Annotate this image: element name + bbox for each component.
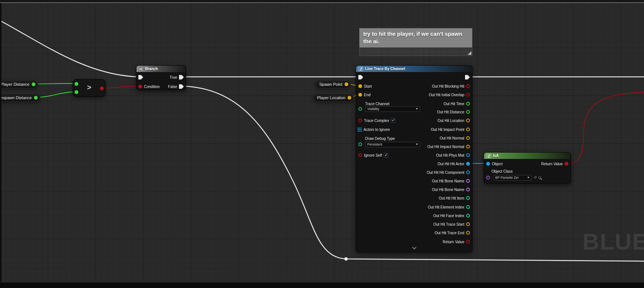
pin-label: True — [170, 75, 177, 79]
respawn-distance-output-pin[interactable] — [34, 96, 38, 100]
ignore-self-pin[interactable] — [358, 153, 362, 157]
object-class-pin[interactable] — [486, 176, 490, 179]
trace-channel-pin[interactable] — [358, 107, 362, 111]
pin-label: Trace Complex — [364, 119, 389, 123]
false-exec-pin[interactable] — [179, 84, 184, 89]
condition-pin[interactable] — [138, 85, 142, 88]
out-hit-bone-name-pin[interactable] — [466, 188, 470, 191]
draw-debug-type-value-row: Persistent — [358, 141, 420, 147]
out-hit-location-pin[interactable] — [466, 119, 470, 122]
variable-label: Spawn Point — [319, 82, 342, 87]
draw-debug-type-label-row: Draw Debug Type — [365, 135, 395, 141]
variable-label: Player Location — [317, 96, 345, 100]
out-hit-trace-start-pin[interactable] — [466, 222, 470, 226]
pin-label: Out Hit Bone Name — [432, 188, 464, 192]
end-pin[interactable] — [358, 93, 362, 97]
pin-label: Out Hit Hit Actor — [437, 162, 464, 166]
trace-complex-checkbox[interactable] — [391, 118, 395, 123]
pin-label: False — [168, 85, 177, 89]
comment-text[interactable]: try to hit the player, if we can't spawn… — [359, 28, 472, 48]
draw-debug-type-pin[interactable] — [358, 143, 362, 146]
left-window-edge — [0, 0, 1, 288]
branch-false-row: False — [168, 84, 184, 90]
compare-input-a-pin[interactable] — [75, 82, 78, 86]
spawn-point-output-pin[interactable] — [345, 82, 348, 86]
ignore-self-checkbox[interactable] — [384, 153, 388, 157]
object-class-dropdown[interactable]: BP Parasite Zer — [493, 175, 532, 181]
pin-label: Out Hit Element Index — [428, 205, 464, 209]
out-hit-phys-mat-pin[interactable] — [466, 153, 470, 157]
exec-in-pin[interactable] — [358, 75, 363, 79]
dropdown-value: BP Parasite Zer — [495, 176, 519, 179]
start-pin[interactable] — [358, 84, 362, 88]
out-hit-blocking-hit-pin[interactable] — [466, 84, 470, 88]
node-line-trace-by-channel[interactable]: Line Trace By Channel Start End Trace Ch… — [356, 65, 472, 252]
node-greater-than[interactable]: > — [73, 79, 106, 97]
output-row-out-hit-location: Out Hit Location — [437, 118, 470, 123]
object-pin[interactable] — [486, 162, 490, 166]
comment-node[interactable]: try to hit the player, if we can't spawn… — [359, 28, 472, 56]
out-hit-initial-overlap-pin[interactable] — [466, 93, 470, 97]
bottom-window-edge — [0, 282, 644, 288]
compare-output-pin[interactable] — [100, 87, 104, 90]
return-value-pin[interactable] — [565, 162, 568, 166]
pin-label: Out Hit Hit Item — [439, 196, 464, 200]
out-hit-impact-normal-pin[interactable] — [466, 145, 470, 148]
linetrace-exec-out-row — [465, 74, 470, 80]
out-hit-element-index-pin[interactable] — [466, 205, 470, 209]
node-respawn-distance[interactable]: Respawn Distance — [0, 93, 40, 102]
pin-label: Draw Debug Type — [365, 137, 395, 141]
player-distance-output-pin[interactable] — [32, 82, 35, 86]
branch-condition-row: Condition — [138, 84, 160, 90]
pin-label: Out Hit Hit Component — [427, 170, 464, 175]
return-value-pin[interactable] — [466, 240, 470, 244]
blueprint-editor: BLUEP try to hit the player, if we can't… — [0, 0, 644, 288]
out-hit-hit-actor-pin[interactable] — [466, 162, 470, 166]
comment-resize-grip[interactable] — [468, 51, 471, 55]
pin-label: Out Hit Initial Overlap — [429, 93, 464, 97]
collapse-chevron-icon[interactable] — [412, 245, 416, 249]
trace-complex-pin[interactable] — [358, 119, 362, 122]
browse-icon[interactable] — [538, 176, 541, 179]
node-title: Branch — [145, 67, 158, 71]
dropdown-value: Persistent — [367, 143, 382, 146]
out-hit-hit-component-pin[interactable] — [466, 170, 470, 174]
blueprint-canvas[interactable] — [0, 0, 644, 288]
pin-label: Out Hit Trace End — [435, 231, 464, 235]
out-hit-time-pin[interactable] — [466, 102, 470, 106]
node-title: IsA — [493, 154, 499, 158]
draw-debug-type-dropdown[interactable]: Persistent — [365, 142, 420, 147]
exec-out-pin[interactable] — [465, 75, 470, 79]
node-player-distance[interactable]: Player Distance — [0, 80, 38, 88]
linetrace-exec-in-row — [358, 74, 363, 80]
line-trace-header: Line Trace By Channel — [356, 66, 472, 72]
out-hit-face-index-pin[interactable] — [466, 214, 470, 217]
pin-label: Out Hit Impact Normal — [427, 145, 464, 149]
node-branch[interactable]: Branch True Condition False — [136, 65, 186, 90]
output-row-out-hit-blocking-hit: Out Hit Blocking Hit — [432, 83, 470, 89]
array-pin-icon[interactable] — [358, 128, 362, 132]
pin-label: Out Hit Blocking Hit — [432, 84, 464, 88]
out-hit-distance-pin[interactable] — [466, 110, 470, 114]
pin-label: Out Hit Face Index — [433, 214, 464, 218]
node-player-location[interactable]: Player Location — [313, 93, 354, 102]
node-isa[interactable]: IsA Object Return Value Object Class BP … — [484, 152, 571, 184]
out-hit-trace-end-pin[interactable] — [466, 231, 470, 235]
true-exec-pin[interactable] — [179, 75, 184, 79]
exec-in-pin[interactable] — [138, 75, 143, 79]
player-location-output-pin[interactable] — [348, 96, 351, 100]
compare-input-b-pin[interactable] — [75, 90, 78, 94]
output-row-out-hit-trace-end: Out Hit Trace End — [435, 230, 470, 236]
variable-label: Player Distance — [1, 82, 29, 87]
out-hit-bone-name-pin[interactable] — [466, 179, 470, 183]
out-hit-hit-item-pin[interactable] — [466, 196, 470, 200]
isa-return-row: Return Value — [541, 161, 568, 167]
use-selected-icon[interactable]: ↺ — [534, 176, 537, 179]
trace-channel-dropdown[interactable]: Visibility — [365, 106, 420, 112]
out-hit-impact-point-pin[interactable] — [466, 128, 470, 131]
node-spawn-point[interactable]: Spawn Point — [315, 80, 351, 88]
object-class-label-row: Object Class — [491, 168, 513, 174]
pin-label: Out Hit Location — [437, 119, 464, 123]
out-hit-normal-pin[interactable] — [466, 136, 470, 140]
pin-label: Ignore Self — [364, 153, 382, 157]
